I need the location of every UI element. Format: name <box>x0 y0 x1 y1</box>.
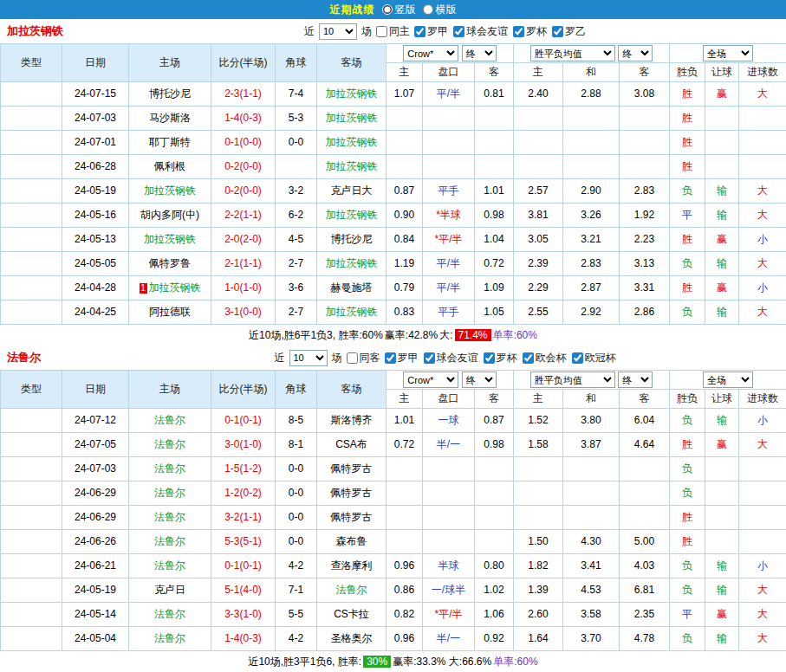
away-team[interactable]: 加拉茨钢铁 <box>317 204 387 228</box>
bookmaker-select[interactable]: Crow* <box>403 372 458 388</box>
horizontal-radio-label: 横版 <box>436 3 457 17</box>
avg-time-select[interactable]: 终 <box>618 372 653 388</box>
goals-result: 小 <box>739 554 786 578</box>
corners: 3-6 <box>276 276 317 300</box>
home-team[interactable]: 法鲁尔 <box>129 433 211 457</box>
footer-segment: 单率:60% <box>493 328 537 343</box>
league-filter[interactable]: 欧会杯 <box>523 351 567 365</box>
col-score: 比分(半场) <box>211 44 276 82</box>
goals-result: 大 <box>739 300 786 325</box>
league-checkbox[interactable] <box>414 26 425 37</box>
home-team[interactable]: 法鲁尔 <box>129 603 211 627</box>
home-team[interactable]: 加拉茨钢铁 <box>129 228 211 252</box>
bookmaker-select[interactable]: Crow* <box>403 45 458 61</box>
result: 负 <box>670 554 705 578</box>
match-date: 24-04-25 <box>62 300 129 325</box>
away-team[interactable]: 查洛摩利 <box>317 554 387 578</box>
home-team[interactable]: 法鲁尔 <box>129 481 211 506</box>
away-team[interactable]: 加拉茨钢铁 <box>317 82 387 107</box>
avg-time-select[interactable]: 终 <box>618 45 653 61</box>
footer-segment: 近10场,胜3平1负6, 胜率: <box>248 655 361 669</box>
odds-time-select[interactable]: 终 <box>462 372 497 388</box>
home-team[interactable]: 法鲁尔 <box>129 554 211 578</box>
away-team[interactable]: 斯洛博齐 <box>317 409 387 433</box>
away-team[interactable]: CS卡拉 <box>317 603 387 627</box>
away-team[interactable]: 赫曼施塔 <box>317 276 387 300</box>
home-team[interactable]: 法鲁尔 <box>129 506 211 530</box>
league-checkbox[interactable] <box>523 352 534 364</box>
league-label: 罗乙 <box>565 24 586 39</box>
league-checkbox[interactable] <box>513 26 524 37</box>
home-team[interactable]: 佩利根 <box>129 155 211 179</box>
layout-vertical-option[interactable]: 竖版 <box>382 3 416 17</box>
same-venue-checkbox[interactable] <box>376 26 387 37</box>
away-odds: 0.98 <box>475 204 514 228</box>
home-team[interactable]: 法鲁尔 <box>129 457 211 481</box>
home-odds: 1.01 <box>387 409 423 433</box>
away-team[interactable]: CSA布 <box>317 433 387 457</box>
league-filter[interactable]: 球会友谊 <box>424 351 478 365</box>
same-venue-checkbox[interactable] <box>347 352 358 364</box>
footer-segment: 大: <box>439 328 452 343</box>
away-team[interactable]: 加拉茨钢铁 <box>317 155 387 179</box>
away-team[interactable]: 博托沙尼 <box>317 228 387 252</box>
home-team[interactable]: 博托沙尼 <box>129 82 211 107</box>
handicap <box>423 506 475 530</box>
league-filter[interactable]: 球会友谊 <box>453 24 508 39</box>
league-checkbox[interactable] <box>572 352 583 364</box>
away-team[interactable]: 加拉茨钢铁 <box>317 300 387 325</box>
avg-away <box>620 457 670 481</box>
away-team[interactable]: 加拉茨钢铁 <box>317 252 387 276</box>
away-team[interactable]: 佩特罗古 <box>317 457 387 481</box>
away-team[interactable]: 克卢日大 <box>317 179 387 204</box>
vertical-radio[interactable] <box>382 4 393 15</box>
league-filter[interactable]: 罗甲 <box>414 24 448 39</box>
home-team[interactable]: 马沙斯洛 <box>129 107 211 131</box>
avg-away: 2.83 <box>620 179 670 204</box>
league-checkbox[interactable] <box>424 352 435 364</box>
scope-select[interactable]: 全场 <box>703 45 753 61</box>
league-filter[interactable]: 罗乙 <box>552 24 586 39</box>
away-team[interactable]: 加拉茨钢铁 <box>317 107 387 131</box>
scope-select[interactable]: 全场 <box>703 372 753 388</box>
odds-time-select[interactable]: 终 <box>462 45 497 61</box>
league-filter[interactable]: 欧冠杯 <box>572 351 616 365</box>
home-team[interactable]: 法鲁尔 <box>129 409 211 433</box>
same-venue-filter[interactable]: 同客 <box>347 351 380 365</box>
home-team[interactable]: 阿拉德联 <box>129 300 211 325</box>
recent-count-select[interactable]: 10 <box>289 350 328 366</box>
home-team[interactable]: 佩特罗鲁 <box>129 252 211 276</box>
home-odds: 0.96 <box>387 627 423 651</box>
recent-count-select[interactable]: 10 <box>319 23 357 40</box>
league-filter[interactable]: 罗杯 <box>484 351 517 365</box>
away-team[interactable]: 佩特罗古 <box>317 481 387 506</box>
away-team[interactable]: 森布鲁 <box>317 530 387 554</box>
league-filter[interactable]: 罗甲 <box>385 351 419 365</box>
same-venue-filter[interactable]: 同主 <box>376 24 410 39</box>
league-checkbox[interactable] <box>552 26 563 37</box>
goals-result <box>739 530 786 554</box>
match-row: 罗甲24-05-04法鲁尔1-4(0-3)4-2圣格奥尔0.96半/一0.921… <box>1 627 786 651</box>
home-team[interactable]: 法鲁尔 <box>129 627 211 651</box>
away-team[interactable]: 加拉茨钢铁 <box>317 131 387 155</box>
home-team[interactable]: 法鲁尔 <box>129 530 211 554</box>
horizontal-radio[interactable] <box>423 4 433 15</box>
away-team[interactable]: 法鲁尔 <box>317 578 387 603</box>
home-odds <box>387 530 423 554</box>
home-team[interactable]: 胡内多阿(中) <box>129 204 211 228</box>
result: 负 <box>670 457 705 481</box>
avg-select[interactable]: 胜平负均值 <box>530 45 615 61</box>
home-team[interactable]: 耶丁斯特 <box>129 131 211 155</box>
league-checkbox[interactable] <box>453 26 464 37</box>
league-filter[interactable]: 罗杯 <box>513 24 547 39</box>
away-team[interactable]: 圣格奥尔 <box>317 627 387 651</box>
league-checkbox[interactable] <box>484 352 495 364</box>
away-team[interactable]: 佩特罗古 <box>317 506 387 530</box>
home-team[interactable]: 1加拉茨钢铁 <box>129 276 211 300</box>
avg-select[interactable]: 胜平负均值 <box>530 372 615 388</box>
home-team[interactable]: 加拉茨钢铁 <box>129 179 211 204</box>
layout-horizontal-option[interactable]: 横版 <box>423 3 457 17</box>
avg-home <box>514 155 563 179</box>
home-team[interactable]: 克卢日 <box>129 578 211 603</box>
league-checkbox[interactable] <box>385 352 396 364</box>
